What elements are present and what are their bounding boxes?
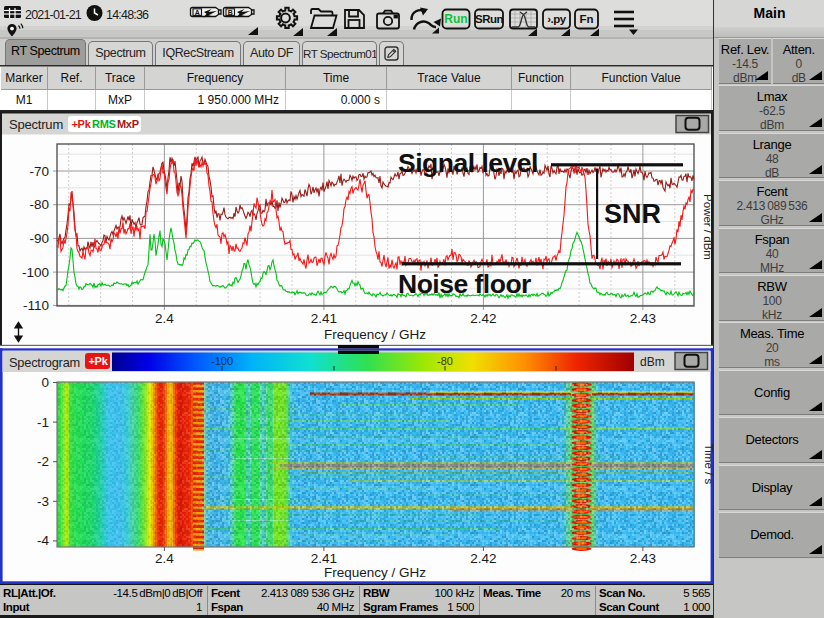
svg-text:2.42: 2.42 <box>470 551 496 566</box>
svg-text:-100: -100 <box>22 265 49 280</box>
svg-text:-70: -70 <box>29 164 49 179</box>
svg-text:2.42: 2.42 <box>470 311 496 326</box>
svg-text:Spectrum: Spectrum <box>9 117 63 132</box>
svg-text:B: B <box>228 9 233 16</box>
svg-text:-1: -1 <box>37 415 49 430</box>
svg-text:2.41: 2.41 <box>311 551 337 566</box>
svg-text:2.43: 2.43 <box>630 551 656 566</box>
svg-text:-110: -110 <box>23 298 49 313</box>
svg-text:›.py: ›.py <box>547 13 567 25</box>
svg-text:Noise floor: Noise floor <box>398 269 531 299</box>
svg-text:+Pk: +Pk <box>89 355 109 367</box>
svg-text:2.41: 2.41 <box>311 311 337 326</box>
svg-text:Time / s: Time / s <box>703 444 713 485</box>
svg-text:-4: -4 <box>37 533 49 548</box>
svg-text:Spectrogram: Spectrogram <box>9 355 80 370</box>
svg-text:Signal level: Signal level <box>398 148 538 178</box>
svg-text:-80: -80 <box>437 355 453 367</box>
svg-text:0: 0 <box>41 375 49 390</box>
svg-text:Power / dBm: Power / dBm <box>702 194 713 260</box>
svg-text:-80: -80 <box>29 197 49 212</box>
svg-text:-90: -90 <box>29 231 49 246</box>
svg-text:Frequency / GHz: Frequency / GHz <box>324 327 426 342</box>
svg-text:SRun: SRun <box>475 13 504 25</box>
svg-text:SNR: SNR <box>604 199 661 229</box>
svg-text:2.43: 2.43 <box>630 311 656 326</box>
svg-text:-3: -3 <box>37 494 49 509</box>
svg-text:+Pk: +Pk <box>72 118 92 130</box>
svg-text:-100: -100 <box>211 355 233 367</box>
svg-text:dBm: dBm <box>640 355 665 369</box>
svg-text:A: A <box>195 9 200 16</box>
svg-text:RMS: RMS <box>92 118 116 130</box>
svg-text:Frequency / GHz: Frequency / GHz <box>324 565 426 580</box>
svg-text:2.4: 2.4 <box>155 311 174 326</box>
svg-text:2.4: 2.4 <box>155 551 174 566</box>
svg-text:MxP: MxP <box>117 118 139 130</box>
svg-text:Fn: Fn <box>579 13 593 25</box>
svg-text:Run: Run <box>444 12 467 26</box>
svg-text:-2: -2 <box>37 454 49 469</box>
